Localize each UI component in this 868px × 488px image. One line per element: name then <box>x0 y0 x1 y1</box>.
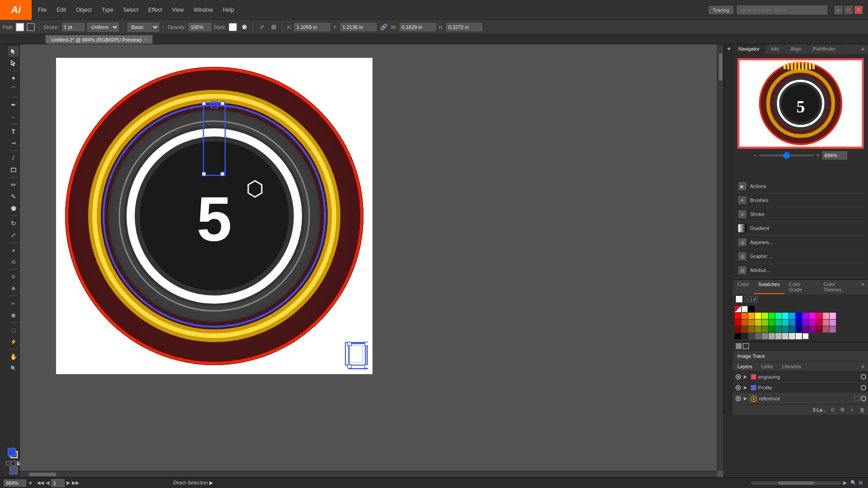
panel-collapse-btn[interactable]: ◀ <box>725 46 732 53</box>
menu-help[interactable]: Help <box>218 5 239 15</box>
menu-select[interactable]: Select <box>119 5 143 15</box>
horizontal-scroll-thumb[interactable] <box>29 473 56 476</box>
armygreen-swatch[interactable] <box>762 326 768 333</box>
stroke-item[interactable]: ≡ Stroke <box>735 207 866 221</box>
libraries-tab[interactable]: Libraries <box>778 362 806 371</box>
white-gray-swatch[interactable] <box>802 333 809 339</box>
zoom-dropdown-arrow[interactable]: ▼ <box>28 480 33 486</box>
magenta-swatch[interactable] <box>809 313 816 319</box>
emerald-swatch[interactable] <box>775 319 782 326</box>
amber-swatch[interactable] <box>748 313 755 319</box>
medgreen-swatch[interactable] <box>769 319 775 326</box>
maximize-button[interactable]: □ <box>844 6 853 14</box>
darkorange-swatch[interactable] <box>741 319 748 326</box>
orchid-swatch[interactable] <box>830 319 836 326</box>
tab-navigator[interactable]: Navigator <box>733 44 765 54</box>
new-layer-btn[interactable]: + <box>848 406 856 414</box>
yellowgreen-swatch[interactable] <box>762 319 768 326</box>
layer-row-reference[interactable]: ▶ 5 reference <box>733 393 868 404</box>
stroke-align-select[interactable]: Uniform <box>87 23 119 32</box>
layer-vis-engraving[interactable] <box>735 373 742 380</box>
swatches-tab[interactable]: Swatches <box>754 280 784 294</box>
actions-item[interactable]: ▶ Actions <box>735 179 866 193</box>
green-swatch[interactable] <box>769 313 775 319</box>
slice-tool[interactable]: ⚡ <box>8 336 19 347</box>
near-black-swatch[interactable] <box>741 333 748 339</box>
color-mode[interactable] <box>11 461 16 465</box>
canvas-area[interactable]: 5 <box>20 44 723 477</box>
paintbrush-tool[interactable]: ✏ <box>8 179 19 190</box>
teal-swatch[interactable] <box>775 313 782 319</box>
search-status-icon[interactable]: 🔍 <box>850 480 857 486</box>
layer-expand-engraving[interactable]: ▶ <box>742 373 749 380</box>
layers-panel-menu[interactable]: ≡ <box>858 362 868 371</box>
pale-gray-swatch[interactable] <box>789 333 795 339</box>
eyedropper-tool[interactable]: ⊙ <box>8 271 19 282</box>
rectangle-tool[interactable] <box>8 164 19 175</box>
cyan-swatch[interactable] <box>782 313 788 319</box>
silver-swatch[interactable] <box>782 333 788 339</box>
none-indicator[interactable] <box>6 461 10 465</box>
artboard-tool[interactable]: ⬚ <box>8 324 19 335</box>
navy-swatch[interactable] <box>796 326 802 333</box>
near-white-swatch[interactable] <box>796 333 802 339</box>
dark-gray-swatch[interactable] <box>748 333 755 339</box>
pink-swatch[interactable] <box>816 313 822 319</box>
color-panel-menu[interactable]: ≡ <box>858 280 868 294</box>
next-btn[interactable]: ▶ <box>66 480 70 486</box>
document-tab[interactable]: Untitled-2* @ 684% (RGB/GPU Preview) × <box>45 35 153 44</box>
horizontal-scrollbar[interactable] <box>20 471 717 477</box>
light-gray-swatch[interactable] <box>775 333 782 339</box>
layer-vis-reference[interactable] <box>735 395 742 402</box>
layer-visibility-btn-reference[interactable] <box>854 396 860 401</box>
measure-tool[interactable]: ⊕ <box>8 283 19 294</box>
line-tool[interactable]: / <box>8 153 19 164</box>
free-transform-tool[interactable]: ⊡ <box>8 256 19 267</box>
olive-swatch[interactable] <box>755 319 761 326</box>
swatch-view-grid[interactable]: ⊞ <box>751 296 758 302</box>
light-mid-gray-swatch[interactable] <box>769 333 775 339</box>
panel-close-icon[interactable]: ≡ <box>858 44 868 54</box>
type-tool[interactable]: T <box>8 126 19 137</box>
warp-tool[interactable]: ⌀ <box>8 244 19 255</box>
style-swatch[interactable] <box>229 23 237 31</box>
medcyan-swatch[interactable] <box>782 319 788 326</box>
shaper-tool[interactable]: ⬟ <box>8 203 19 214</box>
h-scroll-track[interactable] <box>751 481 841 485</box>
light-pink-swatch[interactable] <box>823 313 829 319</box>
forestgreen-swatch[interactable] <box>769 326 775 333</box>
white-swatch[interactable] <box>741 306 748 312</box>
menu-file[interactable]: File <box>33 5 51 15</box>
lavender-swatch[interactable] <box>830 313 836 319</box>
status-arrow[interactable]: ▶ <box>209 480 213 485</box>
darkpurple-swatch[interactable] <box>809 326 816 333</box>
link-icon[interactable]: 🔗 <box>379 23 388 32</box>
medblue-swatch[interactable] <box>796 319 802 326</box>
opacity-input[interactable] <box>189 23 211 31</box>
direct-selection-tool[interactable] <box>8 58 19 69</box>
layer-expand-reference[interactable]: ▶ <box>742 395 749 402</box>
darkviolet-swatch[interactable] <box>802 326 809 333</box>
color-themes-tab[interactable]: Color Themes <box>819 280 858 294</box>
style-icon[interactable]: ⬟ <box>240 23 249 32</box>
make-clip-mask-btn[interactable]: ⊙ <box>828 406 836 414</box>
blue-swatch[interactable] <box>796 313 802 319</box>
black-swatch[interactable] <box>748 306 755 312</box>
brown-swatch[interactable] <box>741 326 748 333</box>
x-input[interactable] <box>294 23 330 31</box>
zoom-slider[interactable] <box>760 155 814 156</box>
tab-pathfinder[interactable]: Pathfinder <box>807 44 841 54</box>
zoom-input[interactable] <box>822 151 847 160</box>
petrol-swatch[interactable] <box>789 326 795 333</box>
menu-type[interactable]: Type <box>97 5 118 15</box>
y-input[interactable] <box>340 23 377 31</box>
page-input[interactable] <box>51 479 65 487</box>
type-vertical-tool[interactable]: T <box>8 138 19 149</box>
color-tab[interactable]: Color <box>733 280 754 294</box>
graphic-styles-item[interactable]: ◎ Graphic ... <box>735 249 866 263</box>
new-sublayer-btn[interactable]: ⊞ <box>838 406 846 414</box>
mauve-swatch[interactable] <box>823 326 829 333</box>
crimson-swatch[interactable] <box>816 319 822 326</box>
sky-swatch[interactable] <box>789 313 795 319</box>
vertical-scrollbar[interactable] <box>717 44 723 471</box>
